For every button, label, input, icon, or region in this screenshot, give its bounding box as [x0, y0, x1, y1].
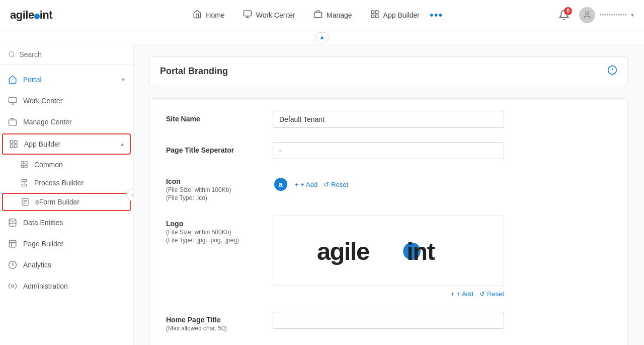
titlesep-label-text: Page Title Seperator [166, 146, 257, 154]
svg-text:int: int [407, 238, 435, 265]
svg-rect-4 [371, 11, 374, 13]
sitename-control [273, 111, 611, 128]
icon-sub1: (File Size: within 100Kb) [166, 186, 257, 193]
svg-rect-31 [9, 240, 16, 247]
sidebar-nav: Portal ▾ Work Center Manage Center App B… [0, 65, 133, 345]
logo-add-button[interactable]: + + Add [451, 290, 473, 298]
titlesep-label: Page Title Seperator [166, 142, 257, 154]
sidebar-item-pagebuilder[interactable]: Page Builder [0, 233, 133, 254]
grid-icon [370, 10, 379, 21]
workcenter-sidebar-icon [8, 96, 17, 105]
analytics-icon [8, 260, 17, 269]
nav-items: Home Work Center Manage App Builder ••• [72, 6, 555, 25]
sidebar-dataentities-label: Data Entities [23, 219, 125, 227]
icon-reset-button[interactable]: ↺ Reset [324, 181, 348, 188]
logo-preview-box: agile int [273, 216, 504, 286]
monitor-icon [243, 10, 252, 21]
manage-label: Manage [327, 11, 352, 19]
logo-preview-img: agile int [313, 231, 464, 271]
svg-rect-17 [15, 145, 17, 148]
sidebar-item-appbuilder[interactable]: App Builder ▴ [2, 133, 131, 155]
nav-home[interactable]: Home [185, 6, 232, 25]
user-name-label: •••••••••••• [599, 11, 627, 19]
logo-text: agileint [10, 9, 52, 22]
svg-rect-23 [22, 179, 26, 181]
reset-label: Reset [331, 181, 348, 188]
svg-text:a: a [279, 180, 283, 188]
app-logo[interactable]: agileint [10, 9, 52, 22]
user-chevron-icon: ▾ [631, 12, 634, 19]
svg-point-30 [9, 219, 16, 222]
sidebar-item-managecenter[interactable]: Manage Center [0, 111, 133, 132]
sidebar-item-portal[interactable]: Portal ▾ [0, 69, 133, 90]
notification-badge: 0 [564, 7, 572, 15]
administration-icon [8, 282, 17, 291]
page-header: Portal Branding [149, 56, 628, 86]
logo-reset-button[interactable]: ↺ Reset [479, 290, 504, 298]
svg-rect-7 [371, 15, 374, 17]
sitename-input[interactable] [273, 111, 504, 128]
user-avatar [579, 7, 595, 23]
svg-rect-21 [25, 165, 27, 168]
logo-plus-icon: + [451, 290, 455, 298]
managecenter-icon [8, 117, 17, 126]
icon-preview-img: a [274, 177, 288, 191]
notification-button[interactable]: 0 [555, 6, 573, 24]
collapse-button[interactable]: ▲ [315, 32, 329, 42]
form-row-logo: Logo (File Size: within 500Kb) (File Typ… [166, 216, 611, 298]
info-icon[interactable] [607, 65, 617, 78]
more-icon: ••• [430, 9, 443, 21]
top-navigation: agileint Home Work Center Manage App [0, 0, 644, 30]
sidebar-item-processbuilder[interactable]: Process Builder [0, 174, 133, 192]
hometitle-input[interactable] [273, 312, 504, 329]
sidebar-search [0, 44, 133, 65]
logo-label: Logo (File Size: within 500Kb) (File Typ… [166, 216, 257, 244]
svg-rect-19 [21, 162, 24, 164]
sidebar-item-eformbuilder[interactable]: eForm Builder [2, 193, 131, 211]
reset-icon: ↺ [324, 181, 329, 188]
svg-line-10 [13, 56, 15, 57]
chevron-up-icon: ▲ [319, 34, 325, 41]
nav-appbuilder[interactable]: App Builder [362, 6, 428, 25]
logo-sub1: (File Size: within 500Kb) [166, 229, 257, 236]
sidebar-administration-label: Administration [23, 282, 125, 290]
chevron-left-icon: ‹ [132, 191, 133, 198]
dataentities-icon [8, 218, 17, 227]
page-title: Portal Branding [160, 66, 228, 77]
sidebar-workcenter-label: Work Center [23, 97, 125, 105]
user-menu[interactable]: •••••••••••• ▾ [579, 7, 634, 23]
form-section: Site Name Page Title Seperator Icon [149, 98, 628, 345]
sidebar-item-dataentities[interactable]: Data Entities [0, 212, 133, 233]
appbuilder-chevron-icon: ▴ [121, 141, 124, 148]
form-row-hometitle: Home Page Title (Max allowed char. 50) [166, 312, 611, 332]
sidebar-item-workcenter[interactable]: Work Center [0, 90, 133, 111]
main-layout: Portal ▾ Work Center Manage Center App B… [0, 44, 644, 345]
nav-more[interactable]: ••• [430, 9, 443, 22]
svg-rect-0 [244, 11, 251, 16]
icon-preview: a [273, 176, 289, 192]
sidebar-analytics-label: Analytics [23, 261, 125, 269]
titlesep-input[interactable] [273, 142, 504, 159]
nav-right: 0 •••••••••••• ▾ [555, 6, 634, 24]
portal-chevron-icon: ▾ [122, 76, 125, 83]
portal-icon [8, 75, 17, 84]
appbuilder-sidebar-icon [9, 140, 18, 149]
sidebar: Portal ▾ Work Center Manage Center App B… [0, 44, 133, 345]
icon-row: a + + Add ↺ Reset [273, 176, 611, 192]
nav-manage[interactable]: Manage [305, 6, 360, 25]
svg-rect-5 [375, 11, 378, 13]
svg-rect-6 [375, 15, 378, 17]
content-area: Portal Branding Site Name Page Title Sep… [133, 44, 644, 345]
nav-workcenter[interactable]: Work Center [235, 6, 303, 25]
search-input[interactable] [19, 50, 125, 58]
logo-label-text: Logo [166, 220, 257, 228]
sitename-label: Site Name [166, 111, 257, 123]
add-label: + Add [301, 181, 318, 188]
sidebar-appbuilder-label: App Builder [24, 140, 115, 148]
sidebar-item-analytics[interactable]: Analytics [0, 254, 133, 275]
form-row-sitename: Site Name [166, 111, 611, 128]
sidebar-eformbuilder-label: eForm Builder [35, 198, 79, 206]
sidebar-item-administration[interactable]: Administration [0, 275, 133, 297]
sidebar-item-common[interactable]: Common [0, 156, 133, 174]
icon-add-button[interactable]: + + Add [295, 181, 317, 188]
